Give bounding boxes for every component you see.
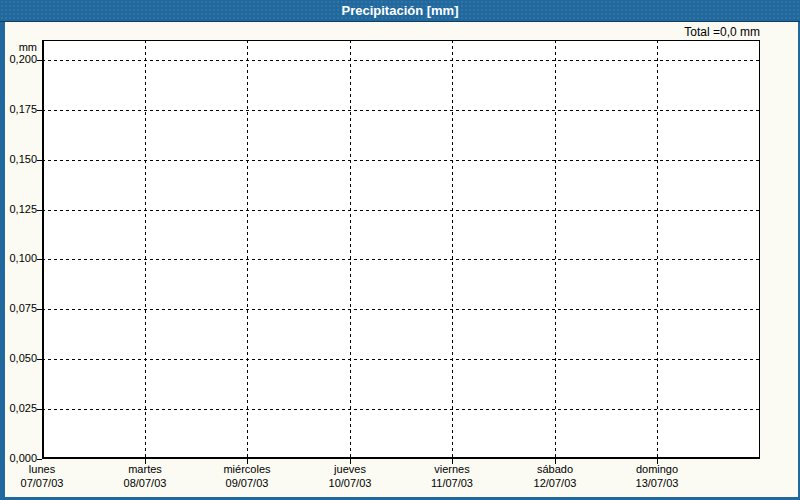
- y-axis-tick: [37, 60, 42, 61]
- window-border-left: [0, 0, 5, 500]
- y-axis-unit-label: mm: [0, 41, 37, 53]
- y-tick-label: 0,075: [0, 302, 37, 315]
- y-axis-tick: [37, 409, 42, 410]
- horizontal-gridline: [42, 160, 760, 161]
- x-date-label: 11/07/03: [392, 476, 512, 490]
- vertical-gridline: [350, 40, 351, 459]
- y-tick-label: 0,175: [0, 103, 37, 116]
- horizontal-gridline: [42, 110, 760, 111]
- y-tick-label: 0,025: [0, 402, 37, 415]
- x-axis-label: miércoles09/07/03: [187, 462, 307, 490]
- horizontal-gridline: [42, 259, 760, 260]
- total-label: Total =0,0 mm: [684, 25, 760, 39]
- horizontal-gridline: [42, 60, 760, 61]
- vertical-gridline: [145, 40, 146, 459]
- y-tick-label: 0,150: [0, 153, 37, 166]
- y-tick-label: 0,125: [0, 203, 37, 216]
- plot-border-top: [42, 40, 760, 41]
- x-axis-label: domingo13/07/03: [597, 462, 717, 490]
- x-day-label: viernes: [392, 462, 512, 476]
- y-axis-tick: [37, 110, 42, 111]
- y-axis-tick: [37, 259, 42, 260]
- vertical-gridline: [555, 40, 556, 459]
- x-date-label: 09/07/03: [187, 476, 307, 490]
- y-axis-tick: [37, 359, 42, 360]
- x-axis-label: viernes11/07/03: [392, 462, 512, 490]
- plot-area: [42, 40, 760, 459]
- y-axis-tick: [37, 459, 42, 460]
- chart-window: { "colors": { "titlebar_blue": "#20689E"…: [0, 0, 800, 500]
- y-tick-label: 0,100: [0, 252, 37, 265]
- y-axis-tick: [37, 309, 42, 310]
- chart-title: Precipitación [mm]: [341, 3, 458, 18]
- horizontal-gridline: [42, 409, 760, 410]
- horizontal-gridline: [42, 309, 760, 310]
- x-day-label: miércoles: [187, 462, 307, 476]
- y-axis-tick: [37, 210, 42, 211]
- chart-title-bar: Precipitación [mm]: [0, 0, 800, 22]
- y-axis-tick: [37, 160, 42, 161]
- y-tick-label: 0,200: [0, 53, 37, 66]
- vertical-gridline: [247, 40, 248, 459]
- plot-border-right: [759, 40, 760, 459]
- x-axis-line: [42, 457, 760, 459]
- horizontal-gridline: [42, 359, 760, 360]
- y-axis-line: [42, 40, 44, 459]
- horizontal-gridline: [42, 210, 760, 211]
- x-date-label: 13/07/03: [597, 476, 717, 490]
- x-day-label: domingo: [597, 462, 717, 476]
- vertical-gridline: [657, 40, 658, 459]
- y-tick-label: 0,050: [0, 352, 37, 365]
- vertical-gridline: [452, 40, 453, 459]
